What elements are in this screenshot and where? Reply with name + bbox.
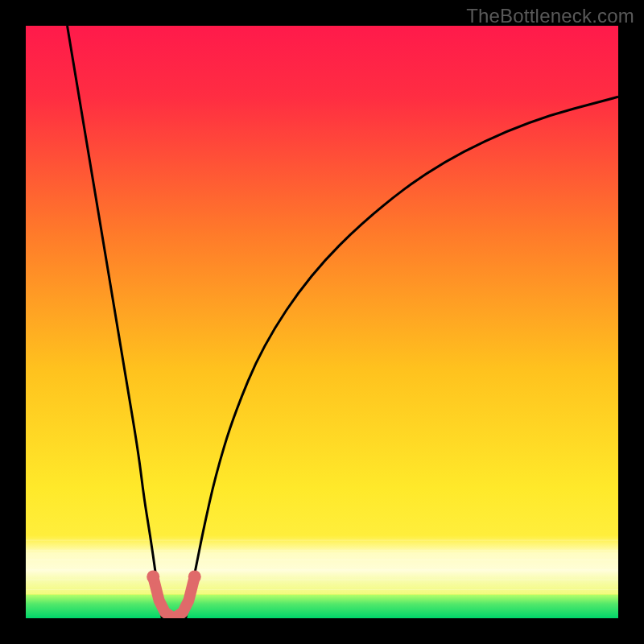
chart-svg [26, 26, 618, 618]
chart-plot-area [26, 26, 618, 618]
watermark-text: TheBottleneck.com [466, 5, 634, 27]
svg-rect-8 [26, 595, 618, 618]
svg-rect-0 [26, 26, 618, 618]
svg-point-10 [188, 570, 201, 583]
svg-point-9 [147, 570, 159, 583]
svg-rect-1 [26, 535, 618, 595]
outer-frame: TheBottleneck.com [0, 0, 644, 644]
